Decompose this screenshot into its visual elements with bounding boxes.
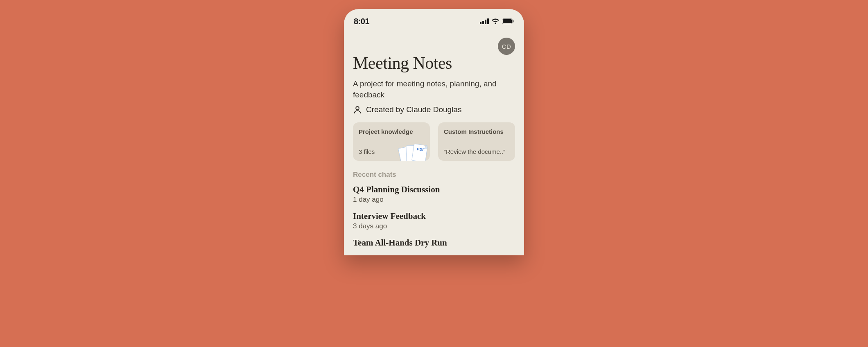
creator-label: Created by Claude Douglas: [366, 105, 461, 114]
status-bar: 8:01: [344, 9, 524, 30]
svg-rect-0: [480, 22, 481, 24]
status-time: 8:01: [354, 17, 369, 26]
chat-item[interactable]: Interview Feedback 3 days ago: [353, 211, 515, 230]
cellular-icon: [480, 18, 489, 24]
battery-icon: [502, 18, 514, 24]
recent-chats-label: Recent chats: [353, 171, 515, 179]
status-icons: [480, 18, 514, 24]
chat-item[interactable]: Q4 Planning Discussion 1 day ago: [353, 185, 515, 204]
project-creator: Created by Claude Douglas: [353, 105, 515, 114]
chat-title: Q4 Planning Discussion: [353, 185, 515, 195]
person-icon: [353, 105, 362, 114]
svg-rect-2: [485, 20, 486, 24]
chat-title: Interview Feedback: [353, 211, 515, 221]
custom-instructions-card[interactable]: Custom Instructions “Review the docume..…: [438, 122, 515, 161]
project-screen: CD Meeting Notes A project for meeting n…: [344, 30, 524, 248]
avatar-initials: CD: [502, 43, 511, 50]
chat-title: Team All-Hands Dry Run: [353, 238, 515, 248]
svg-rect-5: [503, 19, 512, 23]
chat-timestamp: 3 days ago: [353, 222, 515, 230]
file-stack-icon: PDF: [400, 144, 428, 161]
cards-row: Project knowledge 3 files PDF Custom Ins…: [353, 122, 515, 161]
svg-rect-3: [487, 18, 489, 24]
svg-rect-6: [513, 20, 514, 23]
card-title: Project knowledge: [359, 128, 424, 135]
wifi-icon: [491, 18, 500, 24]
card-title: Custom Instructions: [444, 128, 509, 135]
user-avatar[interactable]: CD: [498, 38, 515, 55]
svg-rect-1: [482, 21, 484, 24]
chat-item[interactable]: Team All-Hands Dry Run: [353, 238, 515, 248]
phone-frame: 8:01 CD Meeti: [344, 9, 524, 255]
chat-timestamp: 1 day ago: [353, 196, 515, 204]
svg-point-7: [356, 107, 359, 110]
card-preview: “Review the docume..”: [444, 148, 509, 155]
project-description: A project for meeting notes, planning, a…: [353, 79, 515, 100]
pdf-badge: PDF: [417, 147, 425, 152]
project-title: Meeting Notes: [353, 53, 515, 73]
project-knowledge-card[interactable]: Project knowledge 3 files PDF: [353, 122, 430, 161]
avatar-row: CD: [353, 38, 515, 55]
